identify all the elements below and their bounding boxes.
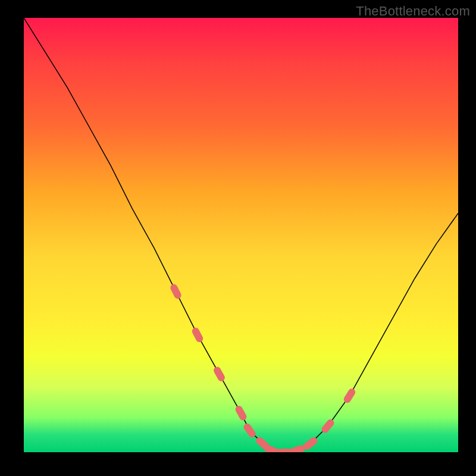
svg-rect-9 [302,436,319,451]
curve-marker [234,405,248,422]
svg-rect-7 [277,449,292,452]
curve-marker [343,387,357,404]
svg-rect-4 [242,422,257,439]
curve-marker [277,449,292,452]
curve-marker [263,444,280,452]
svg-rect-10 [320,418,336,434]
curve-marker [302,436,319,451]
svg-rect-8 [289,444,306,452]
curve-marker [242,422,257,439]
curve-marker [289,444,306,452]
svg-rect-11 [343,387,357,404]
svg-rect-2 [212,365,226,383]
svg-rect-6 [263,444,280,452]
svg-rect-5 [255,436,271,451]
plot-area [24,18,458,452]
curve-marker [212,365,226,383]
curve-layer [24,18,458,452]
svg-rect-3 [234,405,248,422]
watermark-text: TheBottleneck.com [356,4,470,19]
curve-marker [191,327,205,344]
data-curve [24,18,458,452]
curve-marker [320,418,336,434]
curve-marker [169,283,182,300]
curve-marker [255,436,271,451]
svg-rect-0 [169,283,182,300]
svg-rect-1 [191,327,205,344]
chart-container: TheBottleneck.com [0,0,476,476]
